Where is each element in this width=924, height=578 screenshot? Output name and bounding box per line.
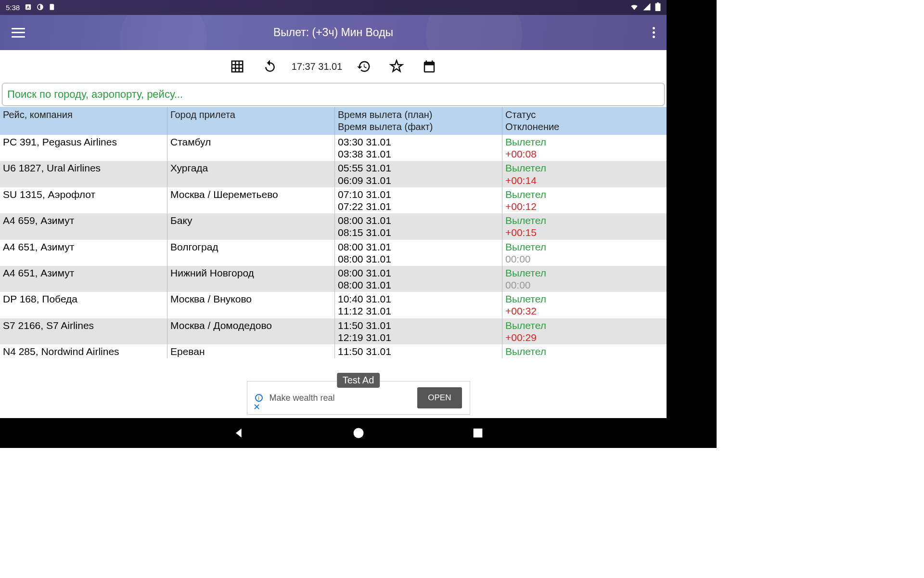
android-status-bar: 5:38 A: [0, 0, 667, 15]
cell-status: Вылетел00:00: [502, 266, 667, 292]
cell-flight: A4 651, Азимут: [0, 240, 167, 266]
cell-time: 05:55 31.0106:09 31.01: [335, 161, 502, 187]
cell-status: Вылетел+00:14: [502, 161, 667, 187]
signal-icon: [642, 2, 651, 13]
cell-flight: N4 285, Nordwind Airlines: [0, 344, 167, 358]
header-time: Время вылета (план)Время вылета (факт): [335, 107, 502, 135]
nav-back-icon[interactable]: [232, 426, 246, 440]
cell-status: Вылетел+00:15: [502, 213, 667, 239]
status-icon-circle: [37, 3, 44, 12]
calendar-icon[interactable]: [422, 59, 436, 74]
cell-status: Вылетел+00:32: [502, 292, 667, 318]
cell-dest: Ереван: [167, 344, 335, 358]
cell-status: Вылетел+00:12: [502, 187, 667, 213]
battery-icon: [655, 2, 661, 13]
toolbar: 17:37 31.01: [0, 50, 667, 83]
search-input[interactable]: [7, 88, 659, 101]
status-icon-sd: [49, 3, 56, 12]
hamburger-menu-icon[interactable]: [12, 28, 25, 38]
cell-dest: Волгоград: [167, 240, 335, 266]
cell-flight: A4 651, Азимут: [0, 266, 167, 292]
cell-time: 10:40 31.0111:12 31.01: [335, 292, 502, 318]
cell-dest: Баку: [167, 213, 335, 239]
cell-dest: Москва / Домодедово: [167, 318, 335, 344]
ad-info-icon[interactable]: i: [255, 394, 263, 402]
flight-table-body[interactable]: PC 391, Pegasus AirlinesСтамбул03:30 31.…: [0, 135, 667, 358]
cell-time: 08:00 31.0108:15 31.01: [335, 213, 502, 239]
cell-dest: Нижний Новгород: [167, 266, 335, 292]
refresh-icon[interactable]: [263, 59, 277, 74]
cell-dest: Москва / Внуково: [167, 292, 335, 318]
ad-badge: Test Ad: [337, 373, 380, 388]
toolbar-datetime: 17:37 31.01: [292, 61, 343, 72]
table-row[interactable]: A4 651, АзимутНижний Новгород08:00 31.01…: [0, 266, 667, 292]
nav-recent-icon[interactable]: [471, 426, 485, 440]
table-row[interactable]: DP 168, ПобедаМосква / Внуково10:40 31.0…: [0, 292, 667, 318]
cell-flight: PC 391, Pegasus Airlines: [0, 135, 167, 161]
table-row[interactable]: A4 659, АзимутБаку08:00 31.0108:15 31.01…: [0, 213, 667, 239]
cell-flight: SU 1315, Аэрофлот: [0, 187, 167, 213]
ad-close-icon[interactable]: ✕: [253, 402, 260, 412]
table-row[interactable]: A4 651, АзимутВолгоград08:00 31.0108:00 …: [0, 240, 667, 266]
wifi-icon: [630, 2, 639, 13]
cell-status: Вылетел00:00: [502, 240, 667, 266]
ad-text: Make wealth real: [270, 393, 411, 403]
svg-point-5: [353, 428, 363, 438]
cell-dest: Стамбул: [167, 135, 335, 161]
cell-dest: Хургада: [167, 161, 335, 187]
cell-flight: DP 168, Победа: [0, 292, 167, 318]
cell-time: 03:30 31.0103:38 31.01: [335, 135, 502, 161]
star-icon[interactable]: [389, 59, 404, 74]
svg-rect-3: [655, 3, 661, 11]
android-nav-bar: [0, 418, 717, 448]
status-time: 5:38: [6, 3, 20, 12]
cell-time: 11:50 31.01: [335, 344, 502, 358]
table-row[interactable]: SU 1315, АэрофлотМосква / Шереметьево07:…: [0, 187, 667, 213]
nav-home-icon[interactable]: [352, 426, 365, 440]
cell-status: Вылетел+00:29: [502, 318, 667, 344]
letterbox-right: [667, 0, 717, 448]
overflow-menu-icon[interactable]: [653, 27, 655, 38]
page-title: Вылет: (+3ч) Мин Воды: [273, 26, 393, 39]
cell-time: 07:10 31.0107:22 31.01: [335, 187, 502, 213]
ad-open-button[interactable]: OPEN: [417, 387, 462, 408]
header-flight: Рейс, компания: [0, 107, 167, 135]
history-icon[interactable]: [357, 59, 371, 74]
table-row[interactable]: S7 2166, S7 AirlinesМосква / Домодедово1…: [0, 318, 667, 344]
app-bar: Вылет: (+3ч) Мин Воды: [0, 15, 667, 50]
cell-flight: S7 2166, S7 Airlines: [0, 318, 167, 344]
cell-time: 08:00 31.0108:00 31.01: [335, 266, 502, 292]
svg-rect-6: [473, 429, 482, 438]
grid-icon[interactable]: [230, 59, 244, 74]
cell-flight: A4 659, Азимут: [0, 213, 167, 239]
cell-status: Вылетел+00:08: [502, 135, 667, 161]
header-status: СтатусОтклонение: [502, 107, 667, 135]
table-row[interactable]: N4 285, Nordwind AirlinesЕреван11:50 31.…: [0, 344, 667, 358]
svg-text:A: A: [27, 4, 30, 9]
search-container: [2, 83, 665, 106]
cell-dest: Москва / Шереметьево: [167, 187, 335, 213]
cell-time: 11:50 31.0112:19 31.01: [335, 318, 502, 344]
table-header: Рейс, компания Город прилета Время вылет…: [0, 107, 667, 135]
table-row[interactable]: PC 391, Pegasus AirlinesСтамбул03:30 31.…: [0, 135, 667, 161]
cell-status: Вылетел: [502, 344, 667, 358]
status-icon-a: A: [25, 3, 32, 12]
ad-banner: Test Ad i ✕ Make wealth real OPEN: [247, 381, 470, 415]
svg-rect-4: [657, 2, 659, 3]
table-row[interactable]: U6 1827, Ural AirlinesХургада05:55 31.01…: [0, 161, 667, 187]
header-dest: Город прилета: [167, 107, 335, 135]
cell-time: 08:00 31.0108:00 31.01: [335, 240, 502, 266]
cell-flight: U6 1827, Ural Airlines: [0, 161, 167, 187]
